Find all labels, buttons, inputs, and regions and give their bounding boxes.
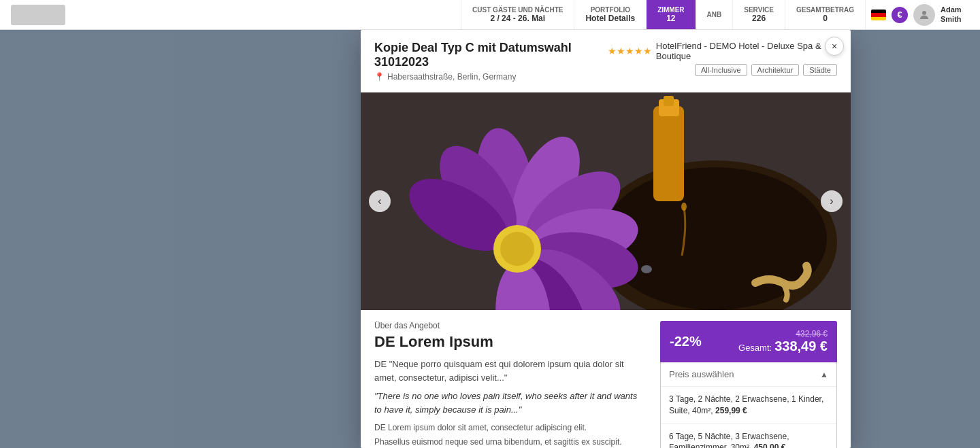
modal-body: Über das Angebot DE Lorem Ipsum DE "Nequ… — [361, 310, 851, 448]
dropdown-header[interactable]: Preis auswählen ▲ — [661, 362, 836, 387]
currency-button[interactable]: € — [892, 7, 908, 23]
price-option-value-0: 259,99 € — [715, 406, 747, 415]
nav-section-value-service: 226 — [752, 14, 766, 23]
original-price: 432,96 € — [738, 329, 828, 339]
nav-section-gesamtbetrag[interactable]: GESAMTBETRAG 0 — [785, 0, 865, 29]
offer-description-italic: "There is no one who loves pain itself, … — [374, 390, 647, 416]
modal-header-right: ★★★★★ HotelFriend - DEMO Hotel - Deluxe … — [608, 41, 837, 76]
svg-rect-4 — [653, 106, 684, 201]
hotel-stars: ★★★★★ — [608, 46, 652, 56]
nav-section-title-zimmer: ZIMMER — [657, 6, 684, 14]
modal-content-right: -22% 432,96 € Gesamt: 338,49 € Preis aus… — [660, 321, 837, 448]
tag-all-inclusive[interactable]: All-Inclusive — [695, 64, 747, 76]
carousel-next-button[interactable]: › — [821, 190, 843, 212]
location-pin-icon: 📍 — [374, 72, 385, 82]
location-text: Habersaathstraße, Berlin, Germany — [387, 72, 516, 82]
price-box: -22% 432,96 € Gesamt: 338,49 € — [660, 321, 837, 362]
price-options-list: 3 Tage, 2 Nächte, 2 Erwachsene, 1 Kinder… — [661, 387, 836, 448]
tag-städte[interactable]: Städte — [803, 64, 837, 76]
nav-section-value-portfolio: Hotel Details — [585, 14, 635, 23]
final-price: 338,49 € — [774, 339, 828, 354]
modal-title: Kopie Deal Typ C mit Datumswahl 31012023 — [374, 41, 608, 69]
modal-image: ‹ › — [361, 92, 851, 310]
nav-section-portfolio[interactable]: PORTFOLIO Hotel Details — [574, 0, 646, 29]
offer-title: DE Lorem Ipsum — [374, 333, 647, 351]
modal-header-top: Kopie Deal Typ C mit Datumswahl 31012023… — [374, 41, 837, 82]
nav-section-title-gesamtbetrag: GESAMTBETRAG — [796, 6, 854, 14]
modal-title-section: Kopie Deal Typ C mit Datumswahl 31012023… — [374, 41, 608, 82]
svg-rect-6 — [664, 96, 674, 106]
offer-description-small: DE Lorem ipsum dolor sit amet, consectet… — [374, 421, 647, 448]
nav-section-service[interactable]: SERVICE 226 — [732, 0, 785, 29]
modal-header: Kopie Deal Typ C mit Datumswahl 31012023… — [361, 30, 851, 92]
nav-sections: CUST GÄSTE UND NÄCHTE 2 / 24 - 26. Mai P… — [461, 0, 865, 29]
nav-right: € Adam Smith — [865, 0, 980, 29]
price-dropdown: Preis auswählen ▲ 3 Tage, 2 Nächte, 2 Er… — [660, 362, 837, 448]
hotel-name: HotelFriend - DEMO Hotel - Deluxe Spa & … — [656, 41, 837, 61]
offer-line: Phasellus euismod neque sed urna bibendu… — [374, 436, 647, 448]
nav-section-zimmer[interactable]: ZIMMER 12 — [646, 0, 695, 29]
price-option-0[interactable]: 3 Tage, 2 Nächte, 2 Erwachsene, 1 Kinder… — [661, 387, 836, 424]
nav-section-title-service: SERVICE — [744, 6, 774, 14]
modal-content-left: Über das Angebot DE Lorem Ipsum DE "Nequ… — [374, 321, 647, 448]
nav-section-title-angebote: ANB — [707, 11, 722, 18]
nav-section-title-cust-nights: CUST GÄSTE UND NÄCHTE — [472, 6, 563, 14]
carousel-prev-button[interactable]: ‹ — [369, 190, 391, 212]
total-label: Gesamt: — [738, 343, 772, 353]
top-navigation: CUST GÄSTE UND NÄCHTE 2 / 24 - 26. Mai P… — [0, 0, 980, 30]
svg-point-0 — [922, 11, 926, 15]
dropdown-placeholder: Preis auswählen — [669, 369, 734, 379]
close-button[interactable]: × — [825, 37, 844, 56]
offer-description: DE "Neque porro quisquam est qui dolorem… — [374, 358, 647, 384]
price-option-1[interactable]: 6 Tage, 5 Nächte, 3 Erwachsene, Familien… — [661, 424, 836, 448]
nav-section-cust-nights[interactable]: CUST GÄSTE UND NÄCHTE 2 / 24 - 26. Mai — [461, 0, 574, 29]
svg-point-21 — [641, 265, 652, 273]
nav-section-title-portfolio: PORTFOLIO — [591, 6, 630, 14]
user-name[interactable]: Adam Smith — [941, 5, 975, 23]
about-label: Über das Angebot — [374, 321, 647, 330]
price-right: 432,96 € Gesamt: 338,49 € — [738, 329, 828, 354]
modal-dialog: × Kopie Deal Typ C mit Datumswahl 310120… — [361, 30, 851, 448]
nav-left — [0, 0, 461, 29]
hotel-info: ★★★★★ HotelFriend - DEMO Hotel - Deluxe … — [608, 41, 837, 61]
hero-image-svg — [361, 92, 851, 310]
svg-point-20 — [500, 232, 534, 266]
offer-line: DE Lorem ipsum dolor sit amet, consectet… — [374, 421, 647, 434]
modal-container: × Kopie Deal Typ C mit Datumswahl 310120… — [231, 30, 980, 448]
dropdown-arrow-icon: ▲ — [820, 370, 828, 379]
nav-section-value-zimmer: 12 — [666, 14, 675, 23]
discount-badge: -22% — [670, 334, 702, 349]
nav-section-angebote[interactable]: ANB — [696, 0, 733, 29]
modal-location: 📍 Habersaathstraße, Berlin, Germany — [374, 72, 608, 82]
nav-section-value-gesamtbetrag: 0 — [823, 14, 828, 23]
tag-architektur[interactable]: Architektur — [751, 64, 800, 76]
language-flag[interactable] — [871, 10, 886, 20]
hotel-tags: All-InclusiveArchitekturStädte — [695, 64, 837, 76]
price-option-value-1: 450,00 € — [754, 443, 786, 448]
nav-logo[interactable] — [11, 5, 65, 25]
user-avatar[interactable] — [913, 4, 935, 26]
nav-section-value-cust-nights: 2 / 24 - 26. Mai — [490, 14, 545, 23]
